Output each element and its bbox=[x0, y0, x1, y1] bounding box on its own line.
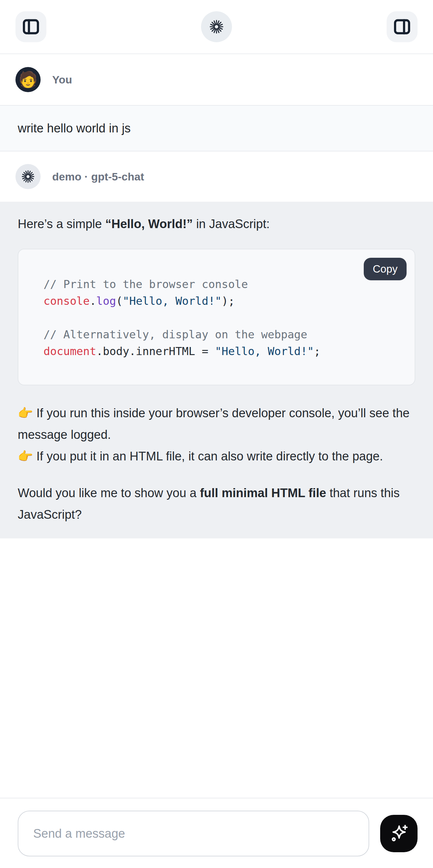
panel-left-icon bbox=[21, 17, 41, 37]
user-avatar-emoji: 🧑 bbox=[18, 72, 38, 87]
assistant-message: Here’s a simple “Hello, World!” in JavaS… bbox=[0, 202, 433, 538]
assistant-pointer-paragraph: 👉 If you run this inside your browser’s … bbox=[18, 402, 415, 467]
code-block: Copy // Print to the browser consolecons… bbox=[18, 249, 415, 385]
user-message-text: write hello world in js bbox=[18, 121, 131, 135]
starburst-logo-icon bbox=[209, 19, 224, 35]
logo-button[interactable] bbox=[201, 11, 232, 42]
assistant-intro-paragraph: Here’s a simple “Hello, World!” in JavaS… bbox=[18, 213, 415, 235]
conversation-empty-space bbox=[0, 538, 433, 798]
right-panel-toggle-button[interactable] bbox=[386, 11, 417, 42]
assistant-closing-paragraph: Would you like me to show you a full min… bbox=[18, 482, 415, 526]
message-input[interactable] bbox=[18, 811, 369, 857]
user-turn-label: You bbox=[52, 73, 72, 86]
assistant-avatar bbox=[16, 164, 40, 189]
sidebar-toggle-button[interactable] bbox=[16, 11, 47, 42]
user-message: write hello world in js bbox=[0, 105, 433, 151]
sparkles-icon bbox=[389, 823, 409, 844]
user-avatar: 🧑 bbox=[16, 67, 40, 92]
send-button[interactable] bbox=[380, 815, 417, 852]
panel-right-icon bbox=[392, 17, 412, 37]
conversation: 🧑 You write hello world in js bbox=[0, 54, 433, 798]
assistant-turn-label: demo · gpt-5-chat bbox=[52, 170, 144, 183]
user-turn-header: 🧑 You bbox=[0, 54, 433, 105]
code-content: // Print to the browser consoleconsole.l… bbox=[43, 276, 402, 360]
assistant-turn-header: demo · gpt-5-chat bbox=[0, 151, 433, 202]
composer-bar bbox=[0, 798, 433, 868]
starburst-icon bbox=[21, 169, 35, 184]
top-bar bbox=[0, 0, 433, 54]
copy-button[interactable]: Copy bbox=[364, 258, 407, 280]
